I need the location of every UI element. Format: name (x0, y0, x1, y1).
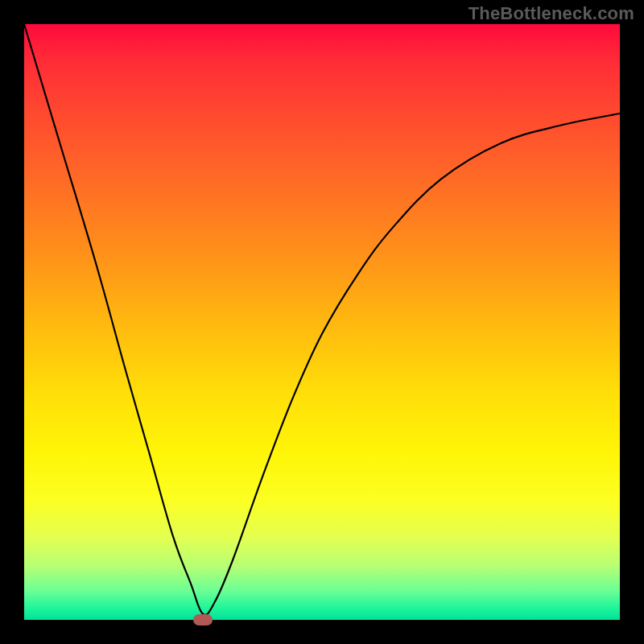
watermark-label: TheBottleneck.com (469, 3, 634, 24)
optimal-point-marker (193, 614, 213, 625)
curve-svg (24, 24, 620, 620)
chart-container: TheBottleneck.com (0, 0, 644, 644)
bottleneck-curve (24, 24, 620, 615)
